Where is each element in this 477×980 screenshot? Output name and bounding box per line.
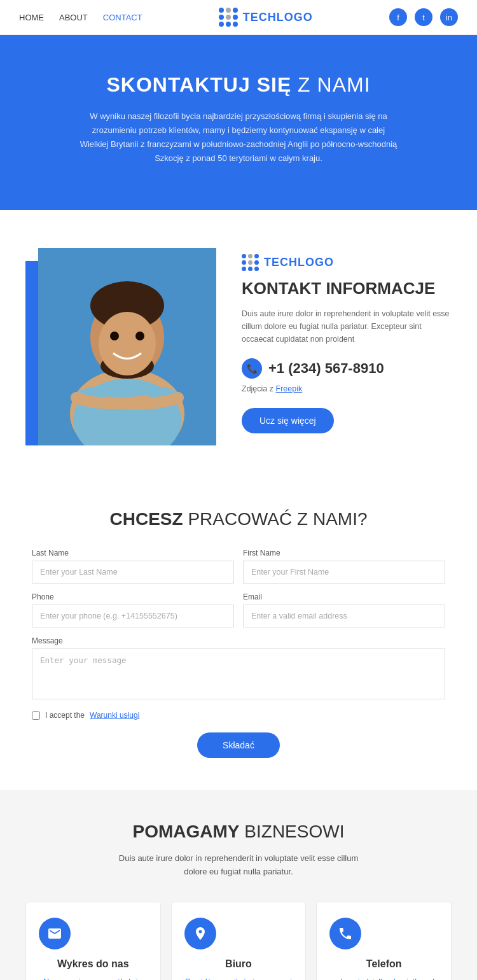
help-title: POMAGAMY BIZNESOWI xyxy=(25,822,452,842)
logo-dots-icon xyxy=(219,8,238,27)
nav-logo: TECHLOGO xyxy=(219,8,313,27)
freepik-link[interactable]: Freepik xyxy=(276,384,303,393)
location-card-link: Przyjdź przywitać się w naszej centrali. xyxy=(184,976,293,980)
twitter-icon[interactable]: t xyxy=(415,8,432,26)
email-icon xyxy=(39,918,71,949)
svg-point-7 xyxy=(99,312,156,375)
logo-text: TECHLOGO xyxy=(243,11,313,24)
nav-home[interactable]: HOME xyxy=(19,13,44,22)
form-title: CHCESZ PRACOWAĆ Z NAMI? xyxy=(32,509,445,529)
terms-row: I accept the Warunki usługi xyxy=(32,711,445,720)
instagram-icon[interactable]: in xyxy=(440,8,458,26)
help-card-location: Biuro Przyjdź przywitać się w naszej cen… xyxy=(171,902,307,980)
message-group: Message xyxy=(32,636,445,702)
phone-card-link: od poniedziałku do piątku od 8:00 do 5:0… xyxy=(329,976,438,980)
person-photo xyxy=(38,248,216,445)
first-name-group: First Name xyxy=(243,549,445,584)
email-label: Email xyxy=(243,592,445,601)
contact-info-title: KONTAKT INFORMACJE xyxy=(242,279,452,298)
help-section: POMAGAMY BIZNESOWI Duis aute irure dolor… xyxy=(0,790,477,980)
email-card-title: Wykres do nas xyxy=(39,958,148,970)
form-section: CHCESZ PRACOWAĆ Z NAMI? Last Name First … xyxy=(0,477,477,790)
help-cards: Wykres do nas Nasz przyjazny zespół służ… xyxy=(25,902,452,980)
hero-section: SKONTAKTUJ SIĘ Z NAMI W wyniku naszej fi… xyxy=(0,35,477,210)
phone-card-title: Telefon xyxy=(329,958,438,970)
hero-title: SKONTAKTUJ SIĘ Z NAMI xyxy=(51,73,426,97)
phone-icon: 📞 xyxy=(242,358,262,379)
phone-row: 📞 +1 (234) 567-8910 xyxy=(242,358,452,379)
first-name-label: First Name xyxy=(243,549,445,557)
email-input[interactable] xyxy=(243,605,445,627)
contact-form: Last Name First Name Phone Email Message… xyxy=(32,549,445,758)
help-card-phone: Telefon od poniedziałku do piątku od 8:0… xyxy=(316,902,452,980)
contact-photo-wrap xyxy=(25,242,216,445)
navbar: HOME ABOUT CONTACT TECHLOGO f t in xyxy=(0,0,477,35)
email-group: Email xyxy=(243,592,445,627)
facebook-icon[interactable]: f xyxy=(389,8,407,26)
nav-about[interactable]: ABOUT xyxy=(59,13,88,22)
location-icon xyxy=(184,918,216,949)
location-card-title: Biuro xyxy=(184,958,293,970)
contact-info-section: TECHLOGO KONTAKT INFORMACJE Duis aute ir… xyxy=(0,210,477,477)
phone-group: Phone xyxy=(32,592,234,627)
svg-point-9 xyxy=(135,332,144,340)
submit-button[interactable]: Składać xyxy=(197,732,280,758)
phone-number: +1 (234) 567-8910 xyxy=(268,360,384,377)
social-icons: f t in xyxy=(389,8,458,26)
svg-point-8 xyxy=(110,332,119,340)
phone-input[interactable] xyxy=(32,605,234,627)
last-name-group: Last Name xyxy=(32,549,234,584)
message-label: Message xyxy=(32,636,445,645)
learn-more-button[interactable]: Ucz się więcej xyxy=(242,408,334,433)
photo-credit: Zdjęcia z Freepik xyxy=(242,382,452,395)
first-name-input[interactable] xyxy=(243,561,445,584)
nav-links: HOME ABOUT CONTACT xyxy=(19,13,142,22)
email-card-link: Nasz przyjazny zespół służy pomocą. xyxy=(39,976,148,980)
message-textarea[interactable] xyxy=(32,648,445,699)
phone-card-icon xyxy=(329,918,361,949)
contact-info-content: TECHLOGO KONTAKT INFORMACJE Duis aute ir… xyxy=(242,254,452,433)
last-name-input[interactable] xyxy=(32,561,234,584)
terms-checkbox[interactable] xyxy=(32,711,40,720)
hero-description: W wyniku naszej filozofii bycia najbardz… xyxy=(80,109,398,165)
help-card-email: Wykres do nas Nasz przyjazny zespół służ… xyxy=(25,902,161,980)
contact-logo: TECHLOGO xyxy=(242,254,452,271)
phone-label: Phone xyxy=(32,592,234,601)
help-subtitle: Duis aute irure dolor in reprehenderit i… xyxy=(118,852,359,879)
terms-link[interactable]: Warunki usługi xyxy=(90,711,139,720)
contact-logo-text: TECHLOGO xyxy=(264,256,334,269)
contact-logo-dots-icon xyxy=(242,254,259,271)
nav-contact[interactable]: CONTACT xyxy=(103,13,142,22)
contact-info-description: Duis aute irure dolor in reprehenderit i… xyxy=(242,307,452,346)
last-name-label: Last Name xyxy=(32,549,234,557)
form-grid: Last Name First Name Phone Email xyxy=(32,549,445,627)
